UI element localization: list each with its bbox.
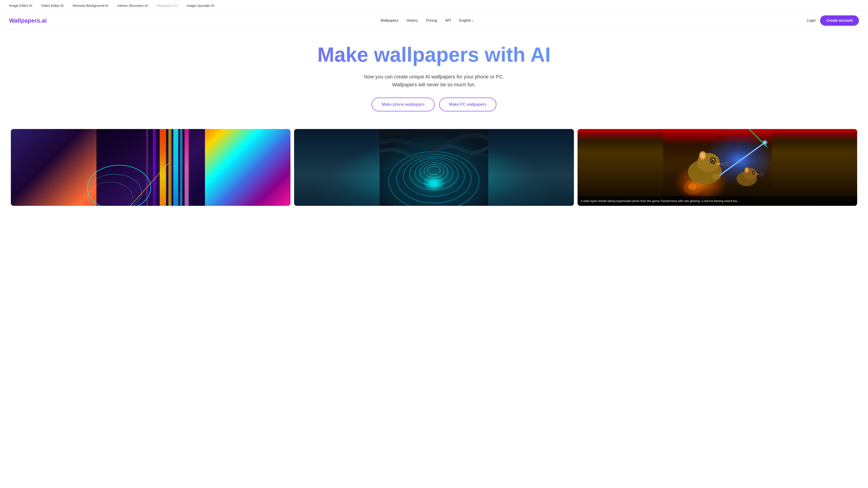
- svg-point-24: [428, 179, 440, 188]
- make-phone-wallpapers-button[interactable]: Make phone wallpapers: [372, 98, 434, 111]
- main-header: Wallpapers.ai Wallpapers History Pricing…: [0, 11, 868, 30]
- create-account-button[interactable]: Create account: [820, 15, 859, 26]
- svg-point-35: [700, 153, 705, 159]
- hero-buttons: Make phone wallpapers Make PC wallpapers: [9, 98, 859, 111]
- gallery-image-abstract: [11, 129, 290, 206]
- svg-point-45: [754, 172, 754, 173]
- svg-point-37: [718, 163, 720, 164]
- make-pc-wallpapers-button[interactable]: Make PC wallpapers: [439, 98, 496, 111]
- svg-rect-3: [174, 129, 178, 206]
- language-selector[interactable]: English ▾: [459, 19, 473, 23]
- top-nav-remove-bg[interactable]: Remove Background AI: [73, 4, 108, 7]
- chevron-down-icon: ▾: [472, 20, 473, 22]
- top-nav-video-editor[interactable]: Video Editor AI: [41, 4, 64, 7]
- top-navigation: Image Editor AI Video Editor AI Remove B…: [0, 0, 868, 11]
- top-nav-interior-decorator[interactable]: Interior Decorator AI: [117, 4, 148, 7]
- svg-point-33: [713, 160, 714, 161]
- nav-api[interactable]: API: [445, 19, 451, 23]
- gallery-item[interactable]: [11, 129, 290, 206]
- gallery-item[interactable]: A wide-eyed, breath-taking hyperrealist …: [578, 129, 857, 206]
- svg-point-60: [688, 183, 697, 190]
- hero-section: Make wallpapers with AI Now you can crea…: [0, 30, 868, 123]
- nav-wallpapers[interactable]: Wallpapers: [380, 19, 398, 23]
- top-nav-image-editor[interactable]: Image Editor AI: [9, 4, 32, 7]
- svg-rect-6: [153, 129, 156, 206]
- gallery-image-tunnel: [294, 129, 574, 206]
- svg-point-44: [752, 171, 754, 174]
- svg-point-56: [764, 142, 765, 143]
- gallery-section: A wide-eyed, breath-taking hyperrealist …: [0, 127, 868, 207]
- svg-rect-7: [146, 129, 148, 206]
- main-navigation: Wallpapers History Pricing API English ▾: [380, 19, 473, 23]
- hero-subtitle: Now you can create unique AI wallpapers …: [355, 73, 513, 89]
- top-nav-wallpapers[interactable]: Wallpapers AI: [157, 4, 178, 7]
- svg-point-47: [745, 168, 748, 172]
- svg-rect-5: [185, 129, 189, 206]
- top-nav-image-upscaler[interactable]: Image Upscaler AI: [186, 4, 214, 7]
- svg-point-40: [712, 174, 720, 179]
- gallery-image-rats: [578, 129, 857, 206]
- gallery-item-caption: A wide-eyed, breath-taking hyperrealist …: [578, 196, 857, 206]
- language-label: English: [459, 19, 471, 23]
- hero-title: Make wallpapers with AI: [9, 43, 859, 66]
- svg-rect-2: [168, 129, 172, 206]
- nav-pricing[interactable]: Pricing: [426, 19, 437, 23]
- gallery-item[interactable]: [294, 129, 574, 206]
- svg-rect-4: [180, 129, 182, 206]
- header-actions: Login Create account: [807, 15, 859, 26]
- nav-history[interactable]: History: [407, 19, 418, 23]
- site-logo[interactable]: Wallpapers.ai: [9, 17, 47, 24]
- login-button[interactable]: Login: [807, 19, 815, 23]
